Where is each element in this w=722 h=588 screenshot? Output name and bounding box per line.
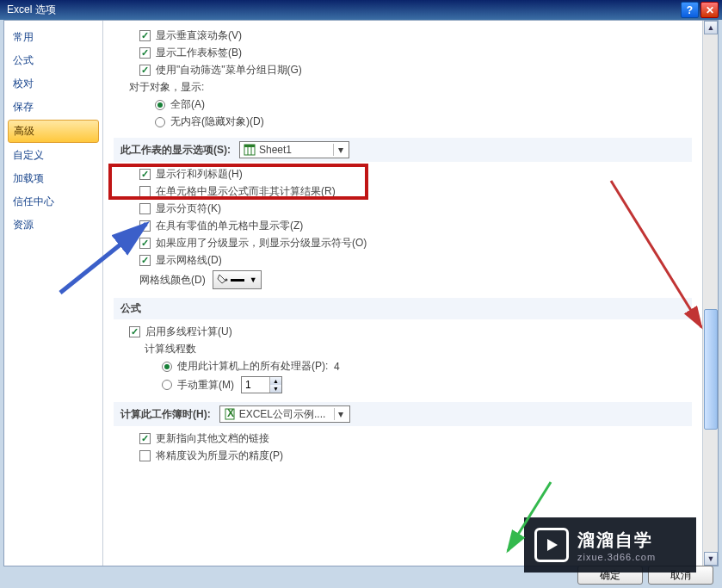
cpu-count: 4 [334, 361, 340, 373]
watermark: 溜溜自学 zixue.3d66.com [524, 517, 696, 573]
section-worksheet-display: 此工作表的显示选项(S): Sheet1 ▾ [114, 138, 692, 162]
thread-count-spinner[interactable]: ▲▼ [241, 376, 282, 393]
sidebar-item-resources[interactable]: 资源 [4, 214, 102, 237]
label: 显示分页符(K) [156, 201, 221, 216]
label: 如果应用了分级显示，则显示分级显示符号(O) [156, 236, 367, 251]
sidebar-item-save[interactable]: 保存 [4, 96, 102, 119]
scroll-up-button[interactable]: ▲ [704, 21, 718, 34]
radio-objects-none[interactable] [155, 117, 165, 127]
section-formulas: 公式 [114, 298, 692, 319]
radio-objects-all[interactable] [155, 100, 165, 110]
label: 启用多线程计算(U) [145, 325, 232, 339]
label: 将精度设为所显示的精度(P) [156, 449, 283, 463]
main-panel: 常用 公式 校对 保存 高级 自定义 加载项 信任中心 资源 显示垂直滚动条(V… [3, 20, 719, 566]
label: 全部(A) [170, 97, 205, 112]
color-swatch [231, 279, 244, 282]
label: 显示行和列标题(H) [156, 167, 243, 182]
checkbox-sheet-tabs[interactable] [139, 47, 151, 59]
svg-point-4 [225, 278, 227, 281]
checkbox-multithread[interactable] [129, 326, 140, 337]
vertical-scrollbar[interactable]: ▲ ▼ [702, 21, 718, 566]
label: 更新指向其他文档的链接 [156, 431, 269, 446]
checkbox-show-zero[interactable] [139, 220, 151, 232]
svg-marker-7 [547, 539, 558, 551]
checkbox-vertical-scrollbar[interactable] [139, 30, 151, 41]
dropdown-worksheet[interactable]: Sheet1 ▾ [239, 141, 349, 158]
label: 在单元格中显示公式而非其计算结果(R) [156, 184, 336, 199]
sidebar-item-advanced[interactable]: 高级 [8, 120, 99, 143]
gridline-color-label: 网格线颜色(D) [139, 273, 206, 288]
sidebar-item-proofing[interactable]: 校对 [4, 72, 102, 96]
chevron-down-icon: ▼ [250, 275, 257, 284]
spinner-down[interactable]: ▼ [270, 385, 281, 393]
checkbox-page-breaks[interactable] [139, 203, 151, 214]
title-bar: Excel 选项 ? ✕ [0, 0, 722, 20]
play-icon [534, 528, 569, 562]
svg-text:X: X [227, 408, 234, 419]
checkbox-gridlines[interactable] [139, 255, 151, 266]
chevron-down-icon: ▾ [333, 144, 347, 156]
sidebar-item-addins[interactable]: 加载项 [4, 167, 102, 190]
section-workbook-calc: 计算此工作簿时(H): X EXCEL公司示例.... ▾ [114, 402, 692, 426]
svg-rect-1 [244, 145, 255, 147]
checkbox-update-links[interactable] [139, 433, 151, 444]
label: 在具有零值的单元格中显示零(Z) [156, 219, 303, 233]
label: 显示工作表标签(B) [156, 46, 242, 60]
checkbox-row-col-headers[interactable] [139, 169, 151, 180]
sidebar-item-general[interactable]: 常用 [4, 26, 102, 49]
sidebar-item-formulas[interactable]: 公式 [4, 49, 102, 72]
threads-label: 计算线程数 [145, 342, 196, 356]
chevron-down-icon: ▾ [334, 408, 348, 420]
radio-all-cpus[interactable] [162, 362, 172, 372]
worksheet-icon [244, 144, 256, 156]
spinner-up[interactable]: ▲ [270, 377, 281, 385]
excel-file-icon: X [224, 408, 236, 420]
label: 无内容(隐藏对象)(D) [170, 115, 264, 129]
scroll-thumb[interactable] [704, 309, 718, 430]
thread-count-input[interactable] [242, 377, 269, 393]
checkbox-show-formulas[interactable] [139, 186, 151, 197]
sidebar-item-customize[interactable]: 自定义 [4, 144, 102, 167]
window-title: Excel 选项 [3, 3, 679, 17]
watermark-brand: 溜溜自学 [577, 529, 656, 552]
objects-label: 对于对象，显示: [129, 80, 204, 95]
fill-icon [217, 274, 229, 287]
gridline-color-button[interactable]: ▼ [213, 270, 262, 289]
watermark-url: zixue.3d66.com [577, 552, 656, 562]
checkbox-autofilter-dates[interactable] [139, 65, 151, 76]
sidebar: 常用 公式 校对 保存 高级 自定义 加载项 信任中心 资源 [4, 21, 103, 566]
label: 显示垂直滚动条(V) [156, 28, 242, 43]
sidebar-item-trust[interactable]: 信任中心 [4, 190, 102, 214]
help-button[interactable]: ? [681, 2, 699, 18]
radio-manual-threads[interactable] [162, 380, 172, 390]
dropdown-workbook[interactable]: X EXCEL公司示例.... ▾ [219, 405, 350, 423]
label: 手动重算(M) [177, 378, 234, 393]
checkbox-outline-symbols[interactable] [139, 238, 151, 249]
label: 使用此计算机上的所有处理器(P): [177, 359, 328, 374]
checkbox-precision-displayed[interactable] [139, 450, 151, 461]
scroll-down-button[interactable]: ▼ [704, 552, 718, 566]
content-area: 显示垂直滚动条(V) 显示工作表标签(B) 使用"自动筛选"菜单分组日期(G) … [103, 21, 702, 566]
label: 使用"自动筛选"菜单分组日期(G) [156, 63, 302, 77]
close-button[interactable]: ✕ [700, 2, 719, 18]
label: 显示网格线(D) [156, 253, 222, 268]
